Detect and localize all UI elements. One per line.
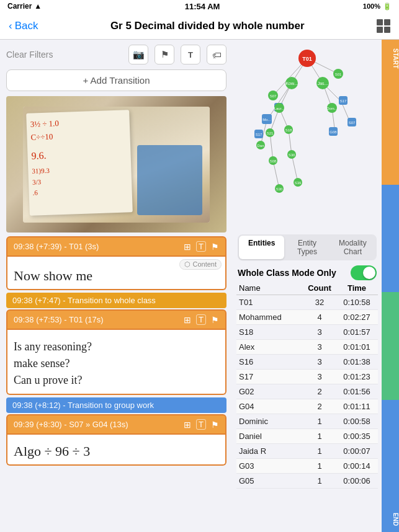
cell-name: Mohammed xyxy=(239,313,301,322)
cell-time: 0:00:14 xyxy=(338,461,375,471)
cell-time: 0:00:35 xyxy=(338,432,375,441)
network-area: T01 Kow... Jas... S01 S07 Mo... Ja... xyxy=(233,40,382,232)
table-header: Name Count Time xyxy=(236,282,378,295)
data-table: Name Count Time T01 32 0:10:58 Mohammed … xyxy=(236,282,378,489)
paper-area: 3½ ÷ 1.0 C÷÷10 9.6. 31)9.3 3/3 .6 xyxy=(23,107,210,223)
table-row: S18 3 0:01:57 xyxy=(236,325,378,340)
cell-name: S18 xyxy=(239,327,301,337)
flag-entry-icon-3[interactable]: ⚑ xyxy=(211,420,219,430)
svg-text:Laur...: Laur... xyxy=(274,107,285,110)
entry-note-1: ⬡ Content Now show me xyxy=(6,257,226,290)
cell-count: 1 xyxy=(301,446,338,456)
cell-time: 0:01:57 xyxy=(338,327,375,337)
camera-icon: 📷 xyxy=(133,49,145,60)
carrier-label: Carrier xyxy=(7,2,32,11)
cell-time: 0:01:11 xyxy=(338,402,375,411)
cell-count: 4 xyxy=(301,313,338,322)
transition-label-1: 09:38 (+7:47) - Transition to whole clas… xyxy=(6,293,226,308)
cell-count: 3 xyxy=(301,342,338,352)
svg-text:S17: S17 xyxy=(340,99,347,103)
clear-filters-button[interactable]: Clear Filters xyxy=(6,50,53,60)
cell-count: 3 xyxy=(301,327,338,337)
toolbar-icons: 📷 ⚑ T 🏷 xyxy=(128,45,226,64)
battery-icon: 🔋 xyxy=(383,2,392,11)
svg-text:S01: S01 xyxy=(335,73,342,76)
grid-icon[interactable] xyxy=(377,19,390,33)
add-transition-button[interactable]: + Add Transition xyxy=(6,69,226,91)
transition-label-2: 09:38 (+8:12) - Transition to group work xyxy=(6,397,226,413)
timeline-entry-1: 09:38 (+7:39) - T01 (3s) ⊞ T ⚑ ⬡ Content… xyxy=(6,236,226,290)
cell-time: 0:00:06 xyxy=(338,476,375,485)
cell-name: Jaida R xyxy=(239,446,301,456)
image-container: 3½ ÷ 1.0 C÷÷10 9.6. 31)9.3 3/3 .6 xyxy=(6,96,226,233)
svg-text:T01: T01 xyxy=(302,56,312,62)
tab-entities[interactable]: Entities xyxy=(239,236,284,259)
tag-icon: 🏷 xyxy=(212,50,222,60)
cell-name: G05 xyxy=(239,476,301,485)
entry-header-1: 09:38 (+7:39) - T01 (3s) ⊞ T ⚑ xyxy=(6,236,226,257)
entry-header-3: 09:39 (+8:30) - S07 » G04 (13s) ⊞ T ⚑ xyxy=(6,414,226,435)
status-time: 11:54 AM xyxy=(185,2,220,11)
back-button[interactable]: ‹ Back xyxy=(9,20,38,32)
entry-icons-2: ⊞ T ⚑ xyxy=(184,314,219,325)
wifi-icon: ▲ xyxy=(34,2,42,11)
grid-small-icon-3[interactable]: ⊞ xyxy=(184,420,191,430)
flag-button[interactable]: ⚑ xyxy=(155,45,174,64)
table-row: Mohammed 4 0:02:27 xyxy=(236,310,378,325)
start-button[interactable]: START xyxy=(382,40,399,77)
cell-name: S17 xyxy=(239,372,301,381)
tab-modality-chart[interactable]: Modality Chart xyxy=(330,236,375,259)
svg-text:S07: S07 xyxy=(270,94,277,98)
svg-text:S07: S07 xyxy=(349,121,356,125)
text-entry-icon-3[interactable]: T xyxy=(196,419,206,430)
cell-name: G04 xyxy=(239,402,301,411)
entry-time-3: 09:39 (+8:30) - S07 » G04 (13s) xyxy=(14,420,128,429)
spacer-blue1 xyxy=(382,185,399,293)
header-name: Name xyxy=(239,283,301,293)
left-panel: Clear Filters 📷 ⚑ T 🏷 + Add Transition xyxy=(0,40,233,532)
cell-name: G02 xyxy=(239,387,301,396)
text-icon: T xyxy=(188,50,193,60)
flag-entry-icon-2[interactable]: ⚑ xyxy=(211,315,219,325)
table-row: S17 3 0:01:23 xyxy=(236,370,378,384)
svg-text:S17: S17 xyxy=(256,133,262,136)
tag-button[interactable]: 🏷 xyxy=(207,45,226,64)
back-label: Back xyxy=(15,20,38,32)
entry-icons-3: ⊞ T ⚑ xyxy=(184,419,219,430)
nav-bar: ‹ Back Gr 5 Decimal divided by whole num… xyxy=(0,12,399,40)
table-row: Daniel 1 0:00:35 xyxy=(236,429,378,444)
segment-tabs: Entities Entity Types Modality Chart xyxy=(238,234,377,260)
cell-time: 0:00:58 xyxy=(338,417,375,426)
end-button[interactable]: END xyxy=(382,507,399,532)
cell-count: 1 xyxy=(301,417,338,426)
timeline-entry-2: 09:38 (+7:53) - T01 (17s) ⊞ T ⚑ Is any r… xyxy=(6,309,226,395)
cell-count: 3 xyxy=(301,357,338,366)
flag-entry-icon[interactable]: ⚑ xyxy=(211,242,219,252)
right-panel: T01 Kow... Jas... S01 S07 Mo... Ja... xyxy=(233,40,399,532)
text-entry-icon[interactable]: T xyxy=(196,241,206,252)
status-bar: Carrier ▲ 11:54 AM 100% 🔋 xyxy=(0,0,399,12)
table-row: G04 2 0:01:11 xyxy=(236,399,378,414)
text-entry-icon-2[interactable]: T xyxy=(196,314,206,325)
cell-count: 32 xyxy=(301,298,338,307)
table-row: S16 3 0:01:38 xyxy=(236,355,378,370)
svg-text:S18: S18 xyxy=(285,128,292,132)
right-content: T01 Kow... Jas... S01 S07 Mo... Ja... xyxy=(233,40,382,532)
entry-time-1: 09:38 (+7:39) - T01 (3s) xyxy=(14,242,99,251)
camera-button[interactable]: 📷 xyxy=(128,45,148,64)
text-button[interactable]: T xyxy=(181,45,200,64)
svg-text:Dom...: Dom... xyxy=(326,107,338,110)
main-content: Clear Filters 📷 ⚑ T 🏷 + Add Transition xyxy=(0,40,399,532)
grid-small-icon[interactable]: ⊞ xyxy=(184,242,191,252)
svg-text:S08: S08 xyxy=(270,159,277,163)
cell-name: Daniel xyxy=(239,432,301,441)
cell-time: 0:00:07 xyxy=(338,446,375,456)
header-count: Count xyxy=(301,283,338,293)
svg-text:G08: G08 xyxy=(330,130,337,134)
table-row: Jaida R 1 0:00:07 xyxy=(236,444,378,459)
whole-class-toggle[interactable] xyxy=(351,265,377,280)
tab-entity-types[interactable]: Entity Types xyxy=(284,236,330,259)
entry-note-2: Is any reasoning?make sense?Can u prove … xyxy=(6,330,226,395)
grid-small-icon-2[interactable]: ⊞ xyxy=(184,315,191,325)
whole-class-label: Whole Class Mode Only xyxy=(238,268,336,278)
